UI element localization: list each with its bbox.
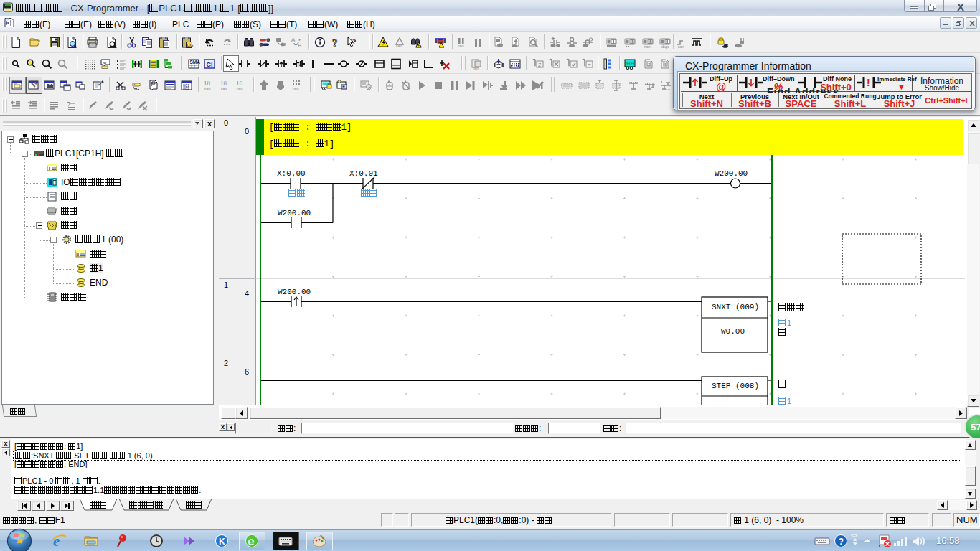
svg-text:ran: ran — [204, 87, 211, 91]
svg-text:ran: ran — [237, 87, 243, 91]
svg-text:CI: CI — [207, 61, 213, 68]
svg-text:e: e — [248, 535, 255, 547]
svg-text:Z: Z — [538, 62, 542, 67]
svg-text:HH: HH — [626, 60, 635, 67]
svg-text:SMA: SMA — [190, 60, 201, 65]
svg-text:?: ? — [839, 537, 844, 547]
svg-text:ran: ran — [293, 87, 299, 91]
svg-text:?: ? — [332, 37, 338, 49]
svg-text:10: 10 — [204, 80, 211, 87]
svg-text:002: 002 — [183, 86, 189, 90]
svg-text:ran: ran — [221, 87, 227, 91]
svg-text:ran: ran — [396, 44, 402, 48]
svg-text:ran: ran — [473, 66, 479, 70]
svg-text:!: ! — [867, 77, 870, 88]
svg-text:Z: Z — [648, 62, 651, 67]
svg-text:K: K — [219, 537, 225, 547]
svg-text:A: A — [291, 37, 296, 43]
svg-text:16: 16 — [236, 80, 243, 87]
svg-text:w: w — [103, 60, 107, 65]
svg-text:ran: ran — [678, 44, 684, 49]
svg-text:ran: ran — [458, 44, 464, 48]
svg-text:e: e — [53, 532, 60, 550]
svg-text:dup: dup — [661, 44, 669, 49]
svg-text:10: 10 — [220, 80, 227, 87]
svg-text:CG: CG — [187, 43, 194, 47]
svg-text:?: ? — [352, 37, 357, 46]
svg-text:ran: ran — [644, 44, 651, 49]
